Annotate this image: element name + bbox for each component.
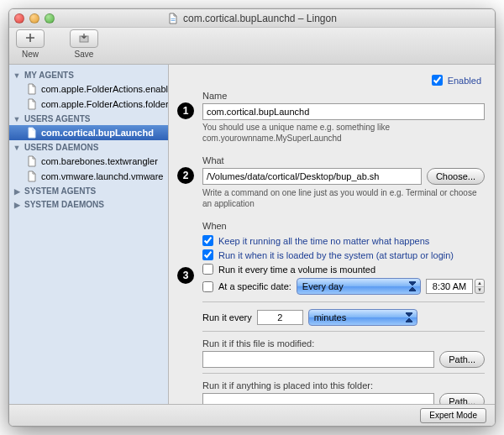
run-every-input[interactable]: [257, 310, 303, 325]
sidebar-group-my-agents[interactable]: ▼MY AGENTS: [9, 68, 168, 81]
step-badge-1: 1: [177, 102, 194, 119]
sidebar[interactable]: ▼MY AGENTS com.apple.FolderActions.enabl…: [9, 65, 169, 404]
file-mod-path-button[interactable]: Path...: [439, 351, 485, 368]
window-title-text: com.cortical.bupLaunchd – Lingon: [183, 13, 337, 24]
at-date-time-input[interactable]: [426, 279, 473, 294]
what-hint: Write a command on one line just as you …: [202, 188, 485, 209]
sidebar-group-system-daemons[interactable]: ▶SYSTEM DAEMONS: [9, 197, 168, 211]
save-button-label: Save: [75, 50, 94, 59]
divider: [202, 331, 485, 332]
at-date-select[interactable]: Every day: [297, 278, 421, 295]
disclosure-triangle-icon: ▼: [13, 115, 21, 123]
folder-input[interactable]: [202, 393, 434, 404]
save-button[interactable]: [70, 29, 98, 48]
step-badge-3: 3: [177, 267, 194, 284]
run-volume-checkbox[interactable]: [202, 264, 213, 275]
enabled-label: Enabled: [448, 76, 481, 86]
run-every-label: Run it every: [202, 312, 252, 322]
new-button-label: New: [22, 50, 39, 59]
close-icon[interactable]: [14, 13, 24, 24]
traffic-lights: [14, 13, 55, 24]
document-icon: [26, 170, 38, 182]
app-window: com.cortical.bupLaunchd – Lingon New Sav…: [8, 8, 496, 427]
chevron-down-icon: ▼: [475, 287, 484, 294]
svg-rect-1: [171, 20, 176, 21]
folder-path-button[interactable]: Path...: [439, 393, 485, 404]
name-hint: You should use a unique name e.g. someth…: [202, 123, 485, 144]
file-mod-input[interactable]: [202, 351, 434, 368]
plus-icon: [25, 32, 35, 45]
keep-running-label: Keep it running all the time no matter w…: [218, 236, 429, 246]
chevron-up-icon: ▲: [475, 280, 484, 287]
file-mod-label: Run it if this file is modified:: [202, 338, 485, 349]
run-volume-label: Run it every time a volume is mounted: [218, 265, 375, 275]
titlebar: com.cortical.bupLaunchd – Lingon: [9, 9, 495, 28]
footer: Expert Mode: [9, 404, 495, 426]
sidebar-item[interactable]: com.barebones.textwrangler: [9, 154, 168, 169]
zoom-icon[interactable]: [45, 13, 55, 24]
disclosure-triangle-icon: ▼: [13, 71, 21, 80]
sidebar-item[interactable]: com.apple.FolderActions.folders: [9, 97, 168, 112]
sidebar-item[interactable]: com.apple.FolderActions.enabled: [9, 81, 168, 97]
time-stepper[interactable]: ▲▼: [475, 279, 485, 294]
minimize-icon[interactable]: [29, 13, 39, 24]
enabled-checkbox[interactable]: [432, 75, 443, 86]
detail-pane: Enabled 1 Name You should use a unique n…: [169, 65, 495, 404]
section-label-name: Name: [202, 91, 485, 101]
toolbar: New Save: [9, 28, 495, 65]
disclosure-triangle-icon: ▶: [13, 201, 21, 209]
body: ▼MY AGENTS com.apple.FolderActions.enabl…: [9, 65, 495, 404]
document-icon: [26, 155, 38, 167]
choose-button[interactable]: Choose...: [427, 168, 485, 185]
name-input[interactable]: [202, 103, 485, 120]
sidebar-item-selected[interactable]: com.cortical.bupLaunchd: [9, 125, 168, 140]
document-icon: [26, 83, 38, 95]
save-icon: [78, 32, 90, 45]
what-input[interactable]: [202, 168, 422, 185]
disclosure-triangle-icon: ▶: [13, 187, 21, 196]
sidebar-item[interactable]: com.vmware.launchd.vmware: [9, 169, 168, 184]
document-icon: [26, 98, 38, 110]
sidebar-group-users-daemons[interactable]: ▼USERS DAEMONS: [9, 140, 168, 154]
new-button[interactable]: [16, 29, 45, 48]
document-icon: [26, 127, 38, 139]
folder-label: Run it if anything is placed into this f…: [202, 380, 485, 390]
sidebar-group-users-agents[interactable]: ▼USERS AGENTS: [9, 112, 168, 125]
step-badge-2: 2: [177, 167, 194, 184]
disclosure-triangle-icon: ▼: [13, 144, 21, 152]
run-loaded-checkbox[interactable]: [202, 249, 213, 260]
section-label-what: What: [202, 155, 485, 165]
section-label-when: When: [202, 221, 485, 231]
run-every-unit-select[interactable]: minutes: [308, 309, 417, 326]
window-title: com.cortical.bupLaunchd – Lingon: [9, 13, 495, 24]
document-icon: [167, 13, 179, 24]
at-date-label: At a specific date:: [218, 281, 291, 291]
keep-running-checkbox[interactable]: [202, 235, 213, 246]
svg-rect-0: [171, 18, 176, 19]
run-loaded-label: Run it when it is loaded by the system (…: [218, 250, 454, 260]
sidebar-group-system-agents[interactable]: ▶SYSTEM AGENTS: [9, 184, 168, 197]
expert-mode-button[interactable]: Expert Mode: [420, 408, 486, 423]
divider: [202, 301, 485, 302]
divider: [202, 373, 485, 374]
at-date-checkbox[interactable]: [202, 281, 213, 292]
